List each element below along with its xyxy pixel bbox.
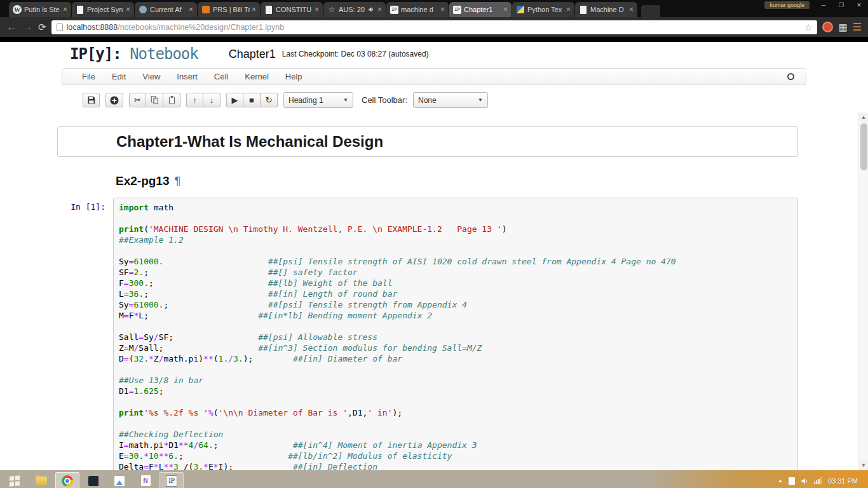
taskbar-app-ipython-console[interactable] <box>159 472 184 488</box>
tab-label: machine d <box>401 6 438 13</box>
star-favicon-icon <box>327 5 336 14</box>
taskbar-app-notepad[interactable] <box>133 472 158 488</box>
taskbar-app-chrome[interactable] <box>55 472 79 488</box>
browser-tab[interactable]: Current Af× <box>135 2 197 17</box>
clock[interactable]: 03:31 PM <box>828 477 858 485</box>
taskbar-app-terminal[interactable] <box>81 472 105 488</box>
browser-menu-icon[interactable]: ☰ <box>853 22 862 32</box>
ipython-logo[interactable]: IP[y]: Notebook <box>70 45 198 63</box>
heading-cell[interactable]: Chapter1-What Is Mechanical Design <box>57 126 798 157</box>
menu-help[interactable]: Help <box>277 72 311 81</box>
cut-cell-button[interactable]: ✂ <box>129 93 146 107</box>
close-icon[interactable]: ✕ <box>850 1 868 10</box>
theme-strip <box>0 37 868 42</box>
tab-close-icon[interactable]: × <box>63 5 67 14</box>
back-icon[interactable]: ← <box>6 22 17 32</box>
menu-bar-items: FileEditViewInsertCellKernelHelp <box>74 72 311 81</box>
cell-toolbar-select[interactable]: None ▼ <box>413 92 488 108</box>
browser-tab[interactable]: Putin is Ste× <box>9 2 71 17</box>
taskbar: ▲ 03:31 PM <box>0 470 868 488</box>
menu-bar: FileEditViewInsertCellKernelHelp <box>62 68 806 85</box>
notepad-icon <box>141 475 151 486</box>
new-tab-button[interactable] <box>641 5 660 17</box>
tab-close-icon[interactable]: × <box>440 5 445 14</box>
menu-insert[interactable]: Insert <box>168 72 206 81</box>
cell-type-select[interactable]: Heading 1 ▼ <box>283 92 353 108</box>
apps-grid-icon[interactable]: ▦ <box>838 22 847 32</box>
screen: Putin is Ste×Project Syn×Current Af×PRS … <box>0 0 868 488</box>
interrupt-kernel-button[interactable]: ■ <box>243 93 261 107</box>
scrollbar[interactable]: ▲ ▼ <box>858 112 868 470</box>
restart-kernel-button[interactable]: ↻ <box>261 93 278 107</box>
run-cell-button[interactable]: ▶ <box>226 93 243 107</box>
browser-tab[interactable]: PRS | Bill Tr× <box>198 2 260 17</box>
profile-badge[interactable]: kumar google <box>764 1 810 9</box>
tab-strip: Putin is Ste×Project Syn×Current Af×PRS … <box>9 2 638 17</box>
tab-label: PRS | Bill Tr <box>213 6 250 13</box>
code-area[interactable]: import math print('MACHINE DESIGN \n Tim… <box>113 198 798 470</box>
notebook-title[interactable]: Chapter1 <box>229 48 276 61</box>
tab-close-icon[interactable]: × <box>503 5 508 14</box>
move-cell-up-button[interactable]: ↑ <box>186 93 203 107</box>
start-button[interactable] <box>4 472 25 488</box>
taskbar-app-photo-viewer[interactable] <box>107 472 132 488</box>
browser-tab[interactable]: Chapter1× <box>449 2 512 17</box>
tab-close-icon[interactable]: × <box>377 5 382 14</box>
document-favicon-icon <box>264 5 273 14</box>
cell-toolbar-label: Cell Toolbar: <box>362 95 407 105</box>
extension-icon[interactable] <box>822 22 833 32</box>
tray-page-icon[interactable] <box>789 477 795 485</box>
browser-tab[interactable]: CONSTITU× <box>261 2 323 17</box>
tab-label: Putin is Ste <box>24 6 61 13</box>
tab-audio-icon[interactable] <box>368 6 374 13</box>
tab-close-icon[interactable]: × <box>315 5 319 14</box>
code-cell[interactable]: In [1]: import math print('MACHINE DESIG… <box>57 198 798 470</box>
browser-tab[interactable]: Python Tex× <box>512 2 574 17</box>
tab-close-icon[interactable]: × <box>566 5 571 14</box>
browser-tab[interactable]: Project Syn× <box>72 2 134 17</box>
reload-icon[interactable]: ⟳ <box>38 22 46 32</box>
menu-file[interactable]: File <box>74 72 104 81</box>
minimize-icon[interactable]: ─ <box>815 1 832 10</box>
add-cell-button[interactable] <box>105 93 123 107</box>
tab-label: Current Af <box>150 6 187 13</box>
move-cell-down-button[interactable]: ↓ <box>203 93 220 107</box>
tab-close-icon[interactable]: × <box>126 5 130 14</box>
maximize-icon[interactable]: ❐ <box>832 1 850 10</box>
browser-tab[interactable]: AUS: 20× <box>323 2 386 17</box>
photo-viewer-icon <box>114 476 125 486</box>
scroll-down-icon[interactable]: ▼ <box>859 461 868 470</box>
section-heading[interactable]: Ex2-pg13¶ <box>116 174 798 188</box>
tab-close-icon[interactable]: × <box>629 5 634 14</box>
url-bar[interactable]: localhost:8888/notebooks/machine%20desig… <box>51 20 818 34</box>
tab-label: Chapter1 <box>464 6 501 13</box>
scrollbar-thumb[interactable] <box>860 123 867 170</box>
menu-cell[interactable]: Cell <box>206 72 236 81</box>
menu-view[interactable]: View <box>134 72 168 81</box>
menu-kernel[interactable]: Kernel <box>236 72 277 81</box>
menu-edit[interactable]: Edit <box>104 72 134 81</box>
taskbar-apps <box>29 472 186 488</box>
bookmark-star-icon[interactable]: ☆ <box>804 22 813 32</box>
hidden-icons-chevron-icon[interactable]: ▲ <box>778 478 783 484</box>
notebook-header: IP[y]: Notebook Chapter1 Last Checkpoint… <box>0 42 868 66</box>
wordpress-favicon-icon <box>13 5 22 14</box>
tab-label: Machine D <box>590 6 627 13</box>
taskbar-app-file-explorer[interactable] <box>29 472 53 488</box>
browser-tab[interactable]: Machine D× <box>575 2 637 17</box>
paste-cell-button[interactable] <box>163 93 180 107</box>
browser-tab[interactable]: machine d× <box>386 2 449 17</box>
input-prompt: In [1]: <box>57 198 113 470</box>
document-favicon-icon <box>579 5 588 14</box>
volume-icon[interactable] <box>801 477 808 485</box>
tab-close-icon[interactable]: × <box>189 5 193 14</box>
notebook-toolbar: ✂ ↑ ↓ ▶ ■ ↻ Heading 1 ▼ Cell Toolbar: No… <box>0 88 868 112</box>
network-icon[interactable] <box>814 477 822 484</box>
forward-icon[interactable]: → <box>22 22 33 32</box>
anchor-link[interactable]: ¶ <box>174 174 180 187</box>
save-button[interactable] <box>83 93 100 107</box>
copy-cell-button[interactable] <box>146 93 163 107</box>
scroll-up-icon[interactable]: ▲ <box>859 112 868 122</box>
terminal-icon <box>88 476 98 486</box>
tab-close-icon[interactable]: × <box>252 5 256 14</box>
